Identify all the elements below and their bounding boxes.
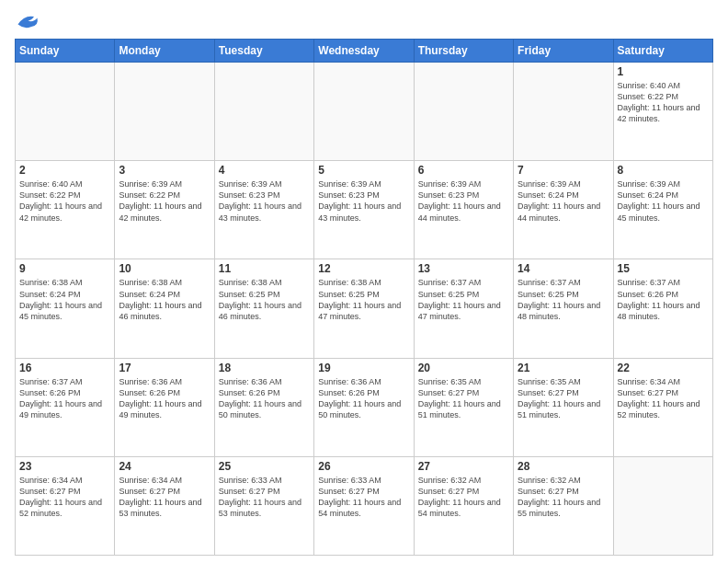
day-info: Sunrise: 6:34 AM Sunset: 6:27 PM Dayligh…: [618, 376, 709, 421]
weekday-header: Friday: [514, 40, 613, 63]
calendar-week-row: 9Sunrise: 6:38 AM Sunset: 6:24 PM Daylig…: [16, 259, 713, 358]
calendar-week-row: 1Sunrise: 6:40 AM Sunset: 6:22 PM Daylig…: [16, 63, 713, 161]
weekday-header: Thursday: [414, 40, 513, 63]
calendar-cell: 23Sunrise: 6:34 AM Sunset: 6:27 PM Dayli…: [16, 456, 115, 555]
calendar-cell: 26Sunrise: 6:33 AM Sunset: 6:27 PM Dayli…: [314, 456, 414, 555]
calendar-cell: 20Sunrise: 6:35 AM Sunset: 6:27 PM Dayli…: [414, 358, 513, 456]
calendar-cell: 19Sunrise: 6:36 AM Sunset: 6:26 PM Dayli…: [314, 358, 414, 456]
day-number: 10: [119, 262, 210, 275]
day-info: Sunrise: 6:35 AM Sunset: 6:27 PM Dayligh…: [418, 376, 509, 421]
day-info: Sunrise: 6:40 AM Sunset: 6:22 PM Dayligh…: [19, 178, 110, 224]
logo: [15, 11, 44, 31]
calendar-cell: 17Sunrise: 6:36 AM Sunset: 6:26 PM Dayli…: [115, 358, 214, 456]
header: [15, 11, 713, 31]
calendar-cell: 3Sunrise: 6:39 AM Sunset: 6:22 PM Daylig…: [115, 161, 214, 259]
calendar-week-row: 23Sunrise: 6:34 AM Sunset: 6:27 PM Dayli…: [16, 456, 713, 555]
calendar-cell: [514, 63, 613, 161]
day-info: Sunrise: 6:33 AM Sunset: 6:27 PM Dayligh…: [318, 475, 409, 520]
calendar-cell: 22Sunrise: 6:34 AM Sunset: 6:27 PM Dayli…: [613, 358, 712, 456]
day-number: 17: [119, 362, 210, 374]
weekday-row: SundayMondayTuesdayWednesdayThursdayFrid…: [16, 40, 713, 63]
calendar-cell: 15Sunrise: 6:37 AM Sunset: 6:26 PM Dayli…: [613, 259, 712, 358]
day-info: Sunrise: 6:36 AM Sunset: 6:26 PM Dayligh…: [119, 376, 210, 421]
day-number: 13: [418, 262, 509, 275]
day-info: Sunrise: 6:37 AM Sunset: 6:25 PM Dayligh…: [518, 277, 609, 322]
calendar-cell: 14Sunrise: 6:37 AM Sunset: 6:25 PM Dayli…: [514, 259, 613, 358]
day-info: Sunrise: 6:37 AM Sunset: 6:26 PM Dayligh…: [19, 376, 110, 421]
calendar-cell: 27Sunrise: 6:32 AM Sunset: 6:27 PM Dayli…: [414, 456, 513, 555]
calendar-cell: 18Sunrise: 6:36 AM Sunset: 6:26 PM Dayli…: [214, 358, 313, 456]
calendar-header: SundayMondayTuesdayWednesdayThursdayFrid…: [16, 40, 713, 63]
day-info: Sunrise: 6:32 AM Sunset: 6:27 PM Dayligh…: [418, 475, 509, 520]
day-number: 22: [618, 362, 709, 374]
day-number: 4: [219, 164, 310, 177]
day-number: 21: [518, 362, 609, 374]
day-info: Sunrise: 6:33 AM Sunset: 6:27 PM Dayligh…: [219, 475, 310, 520]
day-number: 15: [618, 262, 709, 275]
day-number: 20: [418, 362, 509, 374]
day-number: 12: [318, 262, 409, 275]
day-info: Sunrise: 6:40 AM Sunset: 6:22 PM Dayligh…: [618, 80, 709, 125]
calendar-cell: 6Sunrise: 6:39 AM Sunset: 6:23 PM Daylig…: [414, 161, 513, 259]
day-info: Sunrise: 6:36 AM Sunset: 6:26 PM Dayligh…: [219, 376, 310, 421]
day-info: Sunrise: 6:35 AM Sunset: 6:27 PM Dayligh…: [518, 376, 609, 421]
calendar-cell: [314, 63, 414, 161]
calendar-cell: 24Sunrise: 6:34 AM Sunset: 6:27 PM Dayli…: [115, 456, 214, 555]
day-info: Sunrise: 6:34 AM Sunset: 6:27 PM Dayligh…: [119, 475, 210, 520]
day-number: 7: [518, 164, 609, 177]
page: SundayMondayTuesdayWednesdayThursdayFrid…: [0, 0, 728, 563]
day-number: 9: [19, 262, 110, 275]
day-info: Sunrise: 6:38 AM Sunset: 6:25 PM Dayligh…: [219, 277, 310, 322]
day-number: 8: [618, 164, 709, 177]
day-info: Sunrise: 6:32 AM Sunset: 6:27 PM Dayligh…: [518, 475, 609, 520]
calendar-cell: 10Sunrise: 6:38 AM Sunset: 6:24 PM Dayli…: [115, 259, 214, 358]
calendar-cell: [214, 63, 313, 161]
day-number: 27: [418, 460, 509, 473]
calendar-cell: [613, 456, 712, 555]
calendar-cell: [414, 63, 513, 161]
day-info: Sunrise: 6:39 AM Sunset: 6:24 PM Dayligh…: [518, 178, 609, 224]
weekday-header: Saturday: [613, 40, 712, 63]
calendar-cell: 11Sunrise: 6:38 AM Sunset: 6:25 PM Dayli…: [214, 259, 313, 358]
calendar-cell: 28Sunrise: 6:32 AM Sunset: 6:27 PM Dayli…: [514, 456, 613, 555]
calendar-week-row: 16Sunrise: 6:37 AM Sunset: 6:26 PM Dayli…: [16, 358, 713, 456]
day-info: Sunrise: 6:36 AM Sunset: 6:26 PM Dayligh…: [318, 376, 409, 421]
calendar-cell: 12Sunrise: 6:38 AM Sunset: 6:25 PM Dayli…: [314, 259, 414, 358]
day-number: 23: [19, 460, 110, 473]
day-number: 6: [418, 164, 509, 177]
calendar-cell: 4Sunrise: 6:39 AM Sunset: 6:23 PM Daylig…: [214, 161, 313, 259]
weekday-header: Monday: [115, 40, 214, 63]
weekday-header: Wednesday: [314, 40, 414, 63]
calendar-cell: 7Sunrise: 6:39 AM Sunset: 6:24 PM Daylig…: [514, 161, 613, 259]
calendar-body: 1Sunrise: 6:40 AM Sunset: 6:22 PM Daylig…: [16, 63, 713, 556]
day-number: 11: [219, 262, 310, 275]
day-number: 18: [219, 362, 310, 374]
day-number: 2: [19, 164, 110, 177]
day-number: 24: [119, 460, 210, 473]
calendar-cell: 5Sunrise: 6:39 AM Sunset: 6:23 PM Daylig…: [314, 161, 414, 259]
weekday-header: Tuesday: [214, 40, 313, 63]
day-number: 14: [518, 262, 609, 275]
calendar-cell: 1Sunrise: 6:40 AM Sunset: 6:22 PM Daylig…: [613, 63, 712, 161]
calendar-cell: [115, 63, 214, 161]
day-number: 5: [318, 164, 409, 177]
logo-bird-icon: [15, 11, 40, 31]
day-info: Sunrise: 6:39 AM Sunset: 6:24 PM Dayligh…: [618, 178, 709, 224]
day-number: 19: [318, 362, 409, 374]
calendar-cell: 25Sunrise: 6:33 AM Sunset: 6:27 PM Dayli…: [214, 456, 313, 555]
day-info: Sunrise: 6:38 AM Sunset: 6:24 PM Dayligh…: [19, 277, 110, 322]
calendar-cell: 2Sunrise: 6:40 AM Sunset: 6:22 PM Daylig…: [16, 161, 115, 259]
day-number: 1: [618, 65, 709, 78]
calendar-cell: 13Sunrise: 6:37 AM Sunset: 6:25 PM Dayli…: [414, 259, 513, 358]
calendar-cell: 9Sunrise: 6:38 AM Sunset: 6:24 PM Daylig…: [16, 259, 115, 358]
calendar-cell: 8Sunrise: 6:39 AM Sunset: 6:24 PM Daylig…: [613, 161, 712, 259]
day-info: Sunrise: 6:39 AM Sunset: 6:23 PM Dayligh…: [418, 178, 509, 224]
day-info: Sunrise: 6:39 AM Sunset: 6:23 PM Dayligh…: [318, 178, 409, 224]
day-info: Sunrise: 6:38 AM Sunset: 6:25 PM Dayligh…: [318, 277, 409, 322]
day-info: Sunrise: 6:37 AM Sunset: 6:26 PM Dayligh…: [618, 277, 709, 322]
day-number: 16: [19, 362, 110, 374]
day-number: 26: [318, 460, 409, 473]
calendar-cell: 16Sunrise: 6:37 AM Sunset: 6:26 PM Dayli…: [16, 358, 115, 456]
day-number: 3: [119, 164, 210, 177]
calendar-cell: [16, 63, 115, 161]
